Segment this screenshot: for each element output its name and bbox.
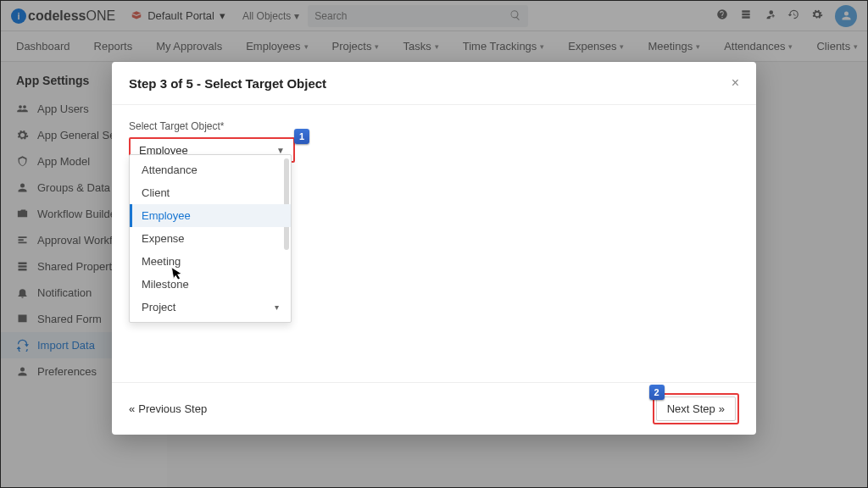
modal-body: Select Target Object* Employee ▼ 1 Atten…: [112, 105, 756, 382]
target-object-label: Select Target Object*: [129, 120, 739, 132]
callout-2: 2: [649, 385, 665, 400]
target-object-dropdown: AttendanceClientEmployeeExpenseMeetingMi…: [129, 154, 292, 323]
caret-down-icon: ▼: [276, 146, 285, 155]
dropdown-option-milestone[interactable]: Milestone: [130, 273, 291, 296]
previous-step-button[interactable]: « Previous Step: [129, 402, 207, 415]
option-label: Project: [142, 301, 175, 313]
modal-overlay: Step 3 of 5 - Select Target Object × Sel…: [1, 1, 867, 487]
next-step-button[interactable]: Next Step »: [656, 396, 736, 421]
dropdown-option-attendance[interactable]: Attendance: [130, 158, 291, 181]
dropdown-option-project[interactable]: Project▾: [130, 296, 291, 319]
chevron-right-icon: »: [719, 402, 725, 415]
prev-label: Previous Step: [138, 402, 207, 415]
chevron-left-icon: «: [129, 402, 135, 415]
option-label: Client: [142, 186, 170, 199]
modal-title: Step 3 of 5 - Select Target Object: [129, 76, 326, 91]
close-button[interactable]: ×: [732, 75, 739, 91]
next-step-highlight: 2 Next Step »: [653, 393, 739, 424]
callout-1: 1: [294, 129, 309, 144]
import-wizard-modal: Step 3 of 5 - Select Target Object × Sel…: [112, 62, 756, 435]
caret-down-icon: ▾: [275, 302, 279, 312]
dropdown-option-client[interactable]: Client: [130, 181, 291, 204]
option-label: Expense: [142, 232, 185, 245]
dropdown-option-expense[interactable]: Expense: [130, 227, 291, 250]
modal-footer: « Previous Step 2 Next Step »: [112, 382, 756, 435]
option-label: Employee: [142, 209, 191, 222]
dropdown-option-meeting[interactable]: Meeting: [130, 250, 291, 273]
modal-header: Step 3 of 5 - Select Target Object ×: [112, 62, 756, 105]
option-label: Attendance: [142, 164, 198, 176]
dropdown-option-employee[interactable]: Employee: [130, 204, 291, 227]
next-label: Next Step: [667, 402, 715, 415]
